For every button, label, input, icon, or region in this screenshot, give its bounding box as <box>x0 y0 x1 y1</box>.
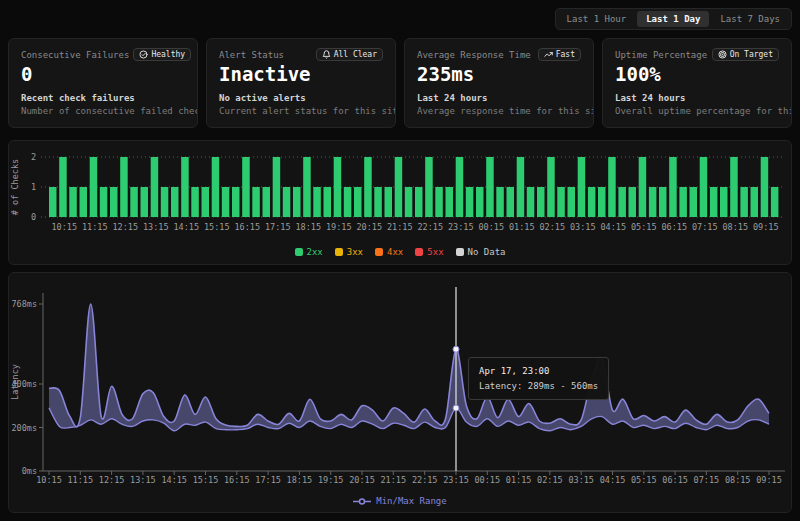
svg-text:0: 0 <box>31 212 36 222</box>
stat-title: Alert Status <box>219 50 284 60</box>
svg-text:08:15: 08:15 <box>725 475 751 485</box>
svg-text:17:15: 17:15 <box>255 475 281 485</box>
stat-card-consecutive-failures: Consecutive Failures Healthy 0 Recent ch… <box>8 38 198 128</box>
svg-text:1: 1 <box>31 182 36 192</box>
checks-legend: 2xx3xx4xx5xxNo Data <box>9 247 791 257</box>
svg-text:23:15: 23:15 <box>448 222 474 232</box>
time-range-button-last-1-day[interactable]: Last 1 Day <box>637 11 709 27</box>
stats-row: Consecutive Failures Healthy 0 Recent ch… <box>8 38 792 128</box>
svg-text:09:15: 09:15 <box>756 475 782 485</box>
time-range-button-last-7-days[interactable]: Last 7 Days <box>711 11 789 27</box>
svg-text:15:15: 15:15 <box>204 222 230 232</box>
svg-text:12:15: 12:15 <box>113 222 139 232</box>
svg-text:18:15: 18:15 <box>287 475 313 485</box>
latency-legend-label: Min/Max Range <box>376 496 446 506</box>
stat-description: Overall uptime percentage for this site <box>615 106 779 116</box>
latency-legend: Min/Max Range <box>9 496 791 506</box>
active-dot-max <box>453 346 459 352</box>
stat-title: Consecutive Failures <box>21 50 129 60</box>
checks-chart-card: # of Checks21010:1511:1512:1513:1514:151… <box>8 140 792 265</box>
svg-text:22:15: 22:15 <box>412 475 438 485</box>
svg-text:16:15: 16:15 <box>235 222 261 232</box>
svg-text:11:15: 11:15 <box>68 475 94 485</box>
stat-value: 100% <box>615 64 779 86</box>
svg-text:07:15: 07:15 <box>694 475 720 485</box>
svg-text:14:15: 14:15 <box>161 475 187 485</box>
stat-description: Current alert status for this site <box>219 106 383 116</box>
stat-card-uptime-percentage: Uptime Percentage On Target 100% Last 24… <box>602 38 792 128</box>
legend-item-5xx: 5xx <box>415 247 443 257</box>
active-dot-min <box>453 405 459 411</box>
stat-title: Average Response Time <box>417 50 531 60</box>
stat-badge-healthy: Healthy <box>133 48 191 61</box>
svg-text:400ms: 400ms <box>11 379 37 389</box>
svg-text:20:15: 20:15 <box>349 475 375 485</box>
legend-swatch <box>456 248 464 256</box>
svg-text:13:15: 13:15 <box>130 475 156 485</box>
bar-y-axis-title: # of Checks <box>10 159 20 215</box>
svg-text:01:15: 01:15 <box>509 222 535 232</box>
stat-value: 0 <box>21 64 185 86</box>
svg-text:19:15: 19:15 <box>318 475 344 485</box>
time-range-button-last-1-hour[interactable]: Last 1 Hour <box>558 11 636 27</box>
target-icon <box>718 50 727 59</box>
tooltip-text: Latency: 289ms - 560ms <box>479 381 598 391</box>
svg-text:05:15: 05:15 <box>631 475 657 485</box>
svg-text:12:15: 12:15 <box>99 475 125 485</box>
svg-text:06:15: 06:15 <box>662 475 688 485</box>
trend-up-icon <box>544 50 553 59</box>
svg-text:02:15: 02:15 <box>537 475 563 485</box>
legend-item-3xx: 3xx <box>335 247 363 257</box>
svg-text:04:15: 04:15 <box>600 475 626 485</box>
svg-text:06:15: 06:15 <box>662 222 688 232</box>
svg-text:15:15: 15:15 <box>193 475 219 485</box>
svg-text:00:15: 00:15 <box>479 222 505 232</box>
latency-line-chart[interactable]: Latency768ms400ms200ms0ms10:1511:1512:15… <box>9 273 791 485</box>
legend-swatch <box>375 248 383 256</box>
svg-text:768ms: 768ms <box>11 299 37 309</box>
svg-text:22:15: 22:15 <box>418 222 444 232</box>
svg-text:10:15: 10:15 <box>36 475 62 485</box>
svg-text:02:15: 02:15 <box>540 222 566 232</box>
stat-card-average-response-time: Average Response Time Fast 235ms Last 24… <box>404 38 594 128</box>
latency-chart-card: Latency768ms400ms200ms0ms10:1511:1512:15… <box>8 272 792 513</box>
svg-text:21:15: 21:15 <box>381 475 407 485</box>
stat-subtitle: Last 24 hours <box>615 93 779 103</box>
svg-text:2: 2 <box>31 152 36 162</box>
svg-text:11:15: 11:15 <box>82 222 108 232</box>
svg-text:200ms: 200ms <box>11 423 37 433</box>
legend-swatch <box>335 248 343 256</box>
stat-description: Number of consecutive failed checks <box>21 106 185 116</box>
latency-tooltip: Apr 17, 23:00 Latency: 289ms - 560ms <box>468 357 609 400</box>
svg-text:17:15: 17:15 <box>265 222 291 232</box>
checks-bar-chart[interactable]: # of Checks21010:1511:1512:1513:1514:151… <box>9 141 791 237</box>
stat-badge-all-clear: All Clear <box>316 48 383 61</box>
legend-item-no-data: No Data <box>456 247 506 257</box>
svg-text:09:15: 09:15 <box>753 222 779 232</box>
svg-text:13:15: 13:15 <box>143 222 169 232</box>
tooltip-title: Apr 17, 23:00 <box>479 366 598 376</box>
stat-badge-fast: Fast <box>538 48 581 61</box>
minmax-band <box>49 304 769 431</box>
stat-value: 235ms <box>417 64 581 86</box>
minmax-line-icon <box>353 497 371 506</box>
svg-text:07:15: 07:15 <box>692 222 718 232</box>
svg-text:08:15: 08:15 <box>723 222 749 232</box>
stat-badge-on-target: On Target <box>712 48 779 61</box>
svg-text:05:15: 05:15 <box>631 222 657 232</box>
stat-subtitle: No active alerts <box>219 93 383 103</box>
stat-title: Uptime Percentage <box>615 50 707 60</box>
stat-subtitle: Recent check failures <box>21 93 185 103</box>
svg-text:10:15: 10:15 <box>52 222 78 232</box>
svg-text:14:15: 14:15 <box>174 222 200 232</box>
latency-x-axis-labels: 10:1511:1512:1513:1514:1515:1516:1517:15… <box>36 471 782 485</box>
svg-text:04:15: 04:15 <box>601 222 627 232</box>
time-range-group: Last 1 HourLast 1 DayLast 7 Days <box>555 8 792 30</box>
stat-card-alert-status: Alert Status All Clear Inactive No activ… <box>206 38 396 128</box>
svg-text:03:15: 03:15 <box>570 222 596 232</box>
legend-item-4xx: 4xx <box>375 247 403 257</box>
bell-icon <box>322 50 331 59</box>
svg-text:03:15: 03:15 <box>568 475 594 485</box>
svg-text:23:15: 23:15 <box>443 475 469 485</box>
check-icon <box>139 50 148 59</box>
